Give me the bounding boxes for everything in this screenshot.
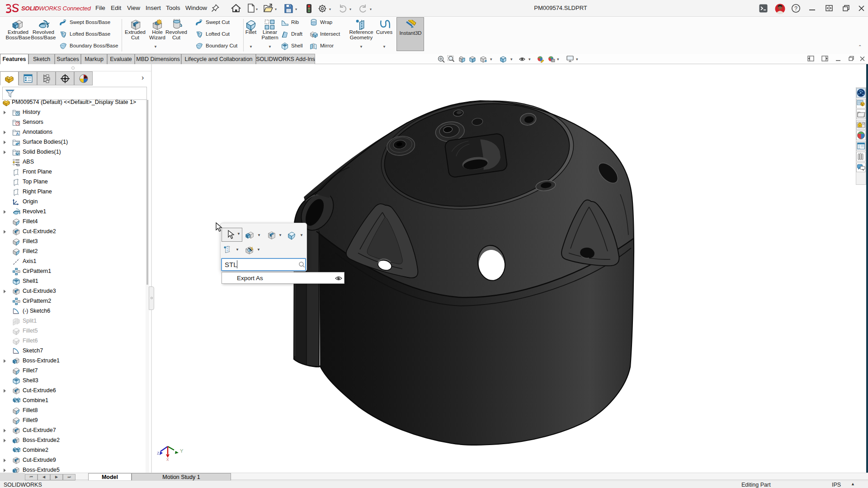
svg-text:Y: Y	[180, 448, 184, 454]
svg-text:▾: ▾	[275, 7, 277, 11]
svg-text:x: x	[166, 456, 169, 462]
svg-text:▾: ▾	[256, 7, 258, 11]
svg-text:SOLIDWORKS Connected: SOLIDWORKS Connected	[21, 5, 91, 12]
svg-text:▾: ▾	[528, 57, 531, 61]
svg-text:?: ?	[794, 5, 797, 12]
svg-text:▾: ▾	[490, 57, 492, 61]
svg-text:▾: ▾	[329, 7, 331, 11]
svg-text:▾: ▾	[370, 7, 372, 11]
svg-text:▾: ▾	[510, 57, 513, 61]
svg-text:▾: ▾	[349, 7, 351, 11]
svg-text:▾: ▾	[295, 7, 297, 11]
svg-text:▾: ▾	[576, 57, 578, 61]
svg-text:z: z	[157, 450, 160, 455]
svg-text:▾: ▾	[557, 57, 559, 61]
